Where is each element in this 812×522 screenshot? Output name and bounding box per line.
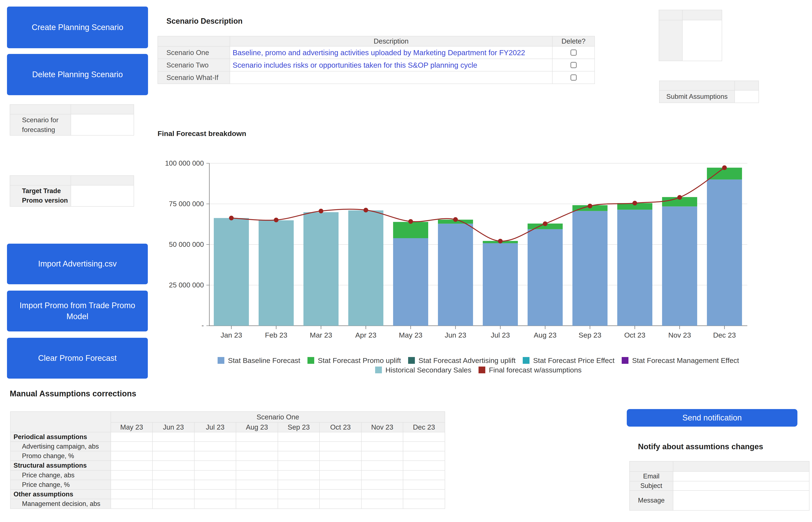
svg-text:Apr 23: Apr 23 [355,331,377,339]
svg-text:50 000 000: 50 000 000 [169,240,204,248]
svg-text:75 000 000: 75 000 000 [169,200,204,208]
svg-text:-: - [202,321,204,329]
svg-text:Jan 23: Jan 23 [221,331,242,339]
svg-text:Mar 23: Mar 23 [310,331,332,339]
svg-text:Oct 23: Oct 23 [624,331,645,339]
svg-text:25 000 000: 25 000 000 [169,281,204,289]
svg-text:Aug 23: Aug 23 [534,331,556,339]
svg-text:Jul 23: Jul 23 [491,331,510,339]
svg-text:Dec 23: Dec 23 [713,331,736,339]
svg-text:May 23: May 23 [399,331,423,339]
svg-text:100 000 000: 100 000 000 [165,159,204,167]
svg-text:Nov 23: Nov 23 [668,331,691,339]
svg-text:Feb 23: Feb 23 [265,331,287,339]
svg-text:Sep 23: Sep 23 [578,331,602,339]
svg-text:Jun 23: Jun 23 [445,331,466,339]
